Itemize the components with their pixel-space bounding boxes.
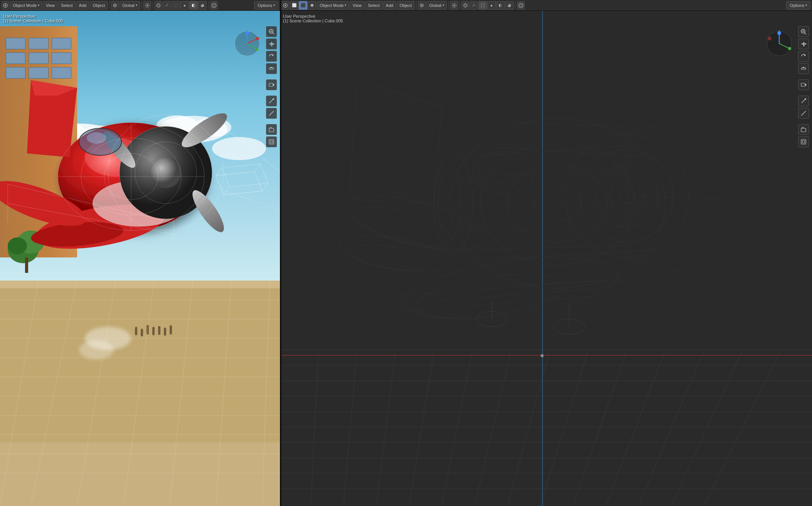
- collection-btn[interactable]: [266, 124, 277, 135]
- left-viewport-gizmo[interactable]: Z: [234, 30, 261, 58]
- right-object-mode-dropdown[interactable]: Object Mode ▾: [317, 1, 349, 10]
- right-wireframe-mode-btn[interactable]: ⬚: [478, 1, 487, 10]
- move-view-btn[interactable]: [266, 39, 277, 49]
- transform-label: Global: [122, 3, 135, 8]
- left-viewport-header[interactable]: Object Mode ▾ View Select Add Object Glo…: [0, 0, 280, 11]
- right-view-menu[interactable]: View: [350, 1, 364, 10]
- separator-2: [142, 2, 142, 9]
- svg-line-232: [801, 111, 806, 116]
- svg-line-135: [269, 103, 270, 103]
- right-material-mode-btn[interactable]: ◐: [496, 1, 505, 10]
- xray-btn[interactable]: [210, 1, 218, 10]
- solid-mode-btn[interactable]: ●: [180, 1, 189, 10]
- svg-rect-81: [147, 325, 149, 335]
- tab-icon-1[interactable]: ⬜: [290, 1, 298, 10]
- svg-line-195: [384, 123, 434, 142]
- right-snap-icon[interactable]: [418, 1, 426, 10]
- wireframe-mode-btn[interactable]: ⬚: [172, 1, 180, 10]
- svg-line-207: [457, 227, 627, 230]
- svg-rect-234: [801, 140, 806, 144]
- svg-marker-190: [349, 80, 442, 203]
- viewport-divider[interactable]: [280, 0, 281, 506]
- camera-view-btn[interactable]: [266, 79, 277, 90]
- object-mode-label: Object Mode: [13, 3, 37, 8]
- svg-line-180: [627, 257, 712, 281]
- right-annotate-btn[interactable]: [798, 96, 809, 106]
- proportional-edit-icon[interactable]: [143, 1, 151, 10]
- right-fly-btn[interactable]: [798, 63, 809, 74]
- svg-line-181: [627, 196, 723, 200]
- svg-rect-228: [801, 83, 805, 86]
- svg-rect-60: [25, 257, 28, 273]
- gizmo-svg-right: Z: [766, 30, 793, 57]
- select-menu-left[interactable]: Select: [58, 1, 76, 10]
- svg-line-204: [457, 146, 627, 157]
- left-viewport-info: User Perspective (1) Scene Collection | …: [3, 14, 63, 23]
- separator-4: [208, 2, 209, 9]
- svg-rect-85: [170, 325, 172, 335]
- show-overlay-icon[interactable]: [155, 1, 162, 10]
- right-viewport-gizmo[interactable]: Z: [766, 30, 793, 58]
- add-menu-left[interactable]: Add: [76, 1, 89, 10]
- view-menu[interactable]: View: [43, 1, 57, 10]
- right-zoom-btn[interactable]: [798, 26, 809, 37]
- right-rendered-mode-btn[interactable]: ◕: [505, 1, 514, 10]
- right-object-label: Object: [399, 3, 412, 8]
- right-xray-btn[interactable]: [517, 1, 525, 10]
- tab-icon-3[interactable]: ⬟: [308, 1, 316, 10]
- add-menu-right[interactable]: Add: [383, 1, 396, 10]
- svg-line-25: [472, 5, 474, 7]
- right-measure-btn[interactable]: [798, 108, 809, 119]
- object-mode-dropdown[interactable]: Object Mode ▾: [10, 1, 42, 10]
- right-viewport2-btn[interactable]: [798, 136, 809, 147]
- right-viewport[interactable]: User Perspective (1) Scene Collection | …: [280, 11, 812, 506]
- select-menu-right[interactable]: Select: [365, 1, 382, 10]
- material-mode-btn[interactable]: ◐: [189, 1, 198, 10]
- svg-rect-79: [135, 327, 137, 335]
- right-collection-btn[interactable]: [798, 124, 809, 135]
- snap-icon[interactable]: [111, 1, 119, 10]
- right-transform-dropdown[interactable]: Global ▾: [426, 1, 447, 10]
- measure-btn[interactable]: [266, 108, 277, 119]
- separator-1: [109, 2, 110, 9]
- right-separator-3: [460, 2, 460, 9]
- right-proportional-icon[interactable]: [450, 1, 458, 10]
- svg-point-15: [285, 5, 286, 6]
- annotate-btn[interactable]: [266, 96, 277, 106]
- left-collection-label: (1) Scene Collection | Cube.005: [3, 18, 63, 23]
- options-button-right[interactable]: Options ▾: [786, 1, 810, 10]
- rotate-view-btn[interactable]: [266, 51, 277, 62]
- select-label: Select: [61, 3, 73, 8]
- svg-line-194: [380, 109, 434, 130]
- editor-type-icon[interactable]: [2, 1, 9, 10]
- rendered-mode-btn[interactable]: ◕: [198, 1, 207, 10]
- svg-point-76: [87, 132, 106, 144]
- right-editor-type-icon[interactable]: [281, 1, 289, 10]
- svg-point-70: [177, 108, 231, 153]
- right-transform-arrow: ▾: [443, 3, 444, 7]
- svg-point-22: [464, 4, 467, 7]
- svg-line-222: [805, 33, 806, 34]
- svg-line-206: [457, 173, 627, 177]
- right-rotate-view-btn[interactable]: [798, 51, 809, 62]
- right-viewport-header[interactable]: ⬜ ⬛ ⬟ Object Mode ▾ View Select Add Obje…: [280, 0, 812, 11]
- right-solid-mode-btn[interactable]: ●: [487, 1, 496, 10]
- transform-dropdown-left[interactable]: Global ▾: [120, 1, 140, 10]
- left-viewport[interactable]: User Perspective (1) Scene Collection | …: [0, 11, 280, 506]
- right-camera-btn[interactable]: [798, 79, 809, 90]
- zoom-icon-btn[interactable]: [266, 26, 277, 37]
- gizmo-icon[interactable]: [163, 1, 171, 10]
- viewport-btn[interactable]: [266, 136, 277, 147]
- object-menu-left[interactable]: Object: [90, 1, 108, 10]
- options-button-left[interactable]: Options ▾: [254, 1, 278, 10]
- object-menu-right[interactable]: Object: [397, 1, 414, 10]
- right-move-view-btn[interactable]: [798, 39, 809, 49]
- tab-icon-2[interactable]: ⬛: [299, 1, 307, 10]
- right-overlay-icon[interactable]: [462, 1, 469, 10]
- svg-line-163: [671, 350, 743, 506]
- svg-rect-226: [801, 68, 806, 69]
- right-gizmo-icon[interactable]: [470, 1, 478, 10]
- svg-point-69: [150, 157, 181, 188]
- fly-nav-btn[interactable]: [266, 63, 277, 74]
- svg-rect-80: [141, 329, 143, 336]
